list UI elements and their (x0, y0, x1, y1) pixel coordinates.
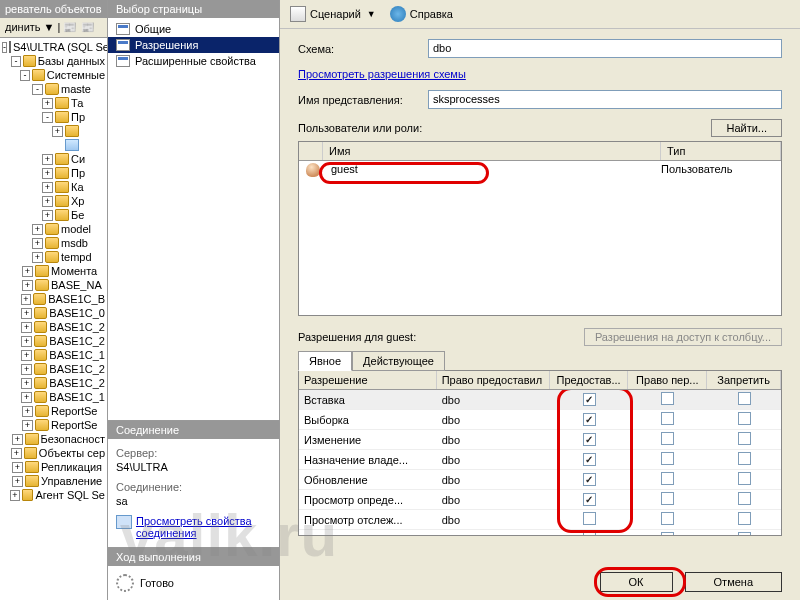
perms-row[interactable]: Выборкаdbo✓ (299, 410, 781, 430)
users-col-type[interactable]: Тип (661, 142, 781, 160)
tree-expander[interactable]: + (21, 322, 32, 333)
tree-expander[interactable]: + (42, 154, 53, 165)
tree-node[interactable]: +BASE_NA (2, 278, 105, 292)
checkbox[interactable] (661, 432, 674, 445)
tree-node[interactable]: -S4\ULTRA (SQL Se (2, 40, 105, 54)
checkbox[interactable] (661, 392, 674, 405)
tree-node[interactable]: +BASE1C_2 (2, 376, 105, 390)
tree-node[interactable]: -Базы данных (2, 54, 105, 68)
tree-node[interactable]: +Безопасност (2, 432, 105, 446)
tree-node[interactable]: +model (2, 222, 105, 236)
view-conn-props-link[interactable]: Просмотреть свойства соединения (116, 515, 271, 539)
checkbox[interactable] (583, 512, 596, 525)
perms-row[interactable]: Назначение владе...dbo✓ (299, 450, 781, 470)
checkbox[interactable] (738, 532, 751, 535)
tree-node[interactable]: +Объекты сер (2, 446, 105, 460)
view-name-input[interactable]: sksprocesses (428, 90, 782, 109)
perms-col-deny[interactable]: Запретить (707, 371, 781, 389)
perms-col-withgrant[interactable]: Право пер... (628, 371, 707, 389)
tree-expander[interactable]: - (20, 70, 30, 81)
tree-node[interactable]: +Репликация (2, 460, 105, 474)
tree-expander[interactable]: + (42, 182, 53, 193)
perms-col-grantor[interactable]: Право предоставил (437, 371, 550, 389)
checkbox[interactable] (661, 492, 674, 505)
perms-col-permission[interactable]: Разрешение (299, 371, 437, 389)
tree-node[interactable]: +Агент SQL Se (2, 488, 105, 502)
perms-row[interactable]: Просмотр отслеж...dbo (299, 510, 781, 530)
tree-node[interactable]: +BASE1C_2 (2, 362, 105, 376)
checkbox[interactable] (661, 452, 674, 465)
checkbox[interactable] (661, 412, 674, 425)
tree-node[interactable]: +BASE1C_0 (2, 306, 105, 320)
tree-expander[interactable]: + (42, 196, 53, 207)
tree-expander[interactable]: - (2, 42, 7, 53)
tree-expander[interactable]: + (42, 210, 53, 221)
perms-row[interactable]: Просмотр опреде...dbo✓ (299, 490, 781, 510)
users-col-icon[interactable] (299, 142, 323, 160)
users-col-name[interactable]: Имя (323, 142, 661, 160)
tree-expander[interactable]: - (32, 84, 43, 95)
tree-expander[interactable]: + (22, 406, 33, 417)
checkbox[interactable]: ✓ (583, 393, 596, 406)
tree-expander[interactable]: + (42, 168, 53, 179)
cancel-button[interactable]: Отмена (685, 572, 782, 592)
checkbox[interactable] (738, 492, 751, 505)
tree-node[interactable]: +BASE1C_2 (2, 320, 105, 334)
tree-expander[interactable]: + (21, 364, 32, 375)
tree-expander[interactable]: + (12, 462, 23, 473)
tree-expander[interactable]: + (21, 308, 32, 319)
tree-expander[interactable]: + (21, 294, 31, 305)
page-selector-item[interactable]: Разрешения (108, 37, 279, 53)
tree-node[interactable]: -Системные (2, 68, 105, 82)
users-row[interactable]: guestПользователь (299, 161, 781, 181)
tree-node[interactable]: +Бе (2, 208, 105, 222)
perms-row[interactable]: Обновлениеdbo✓ (299, 470, 781, 490)
tree-expander[interactable]: - (42, 112, 53, 123)
tree-node[interactable]: +Ка (2, 180, 105, 194)
checkbox[interactable] (661, 512, 674, 525)
tree-node[interactable]: +Та (2, 96, 105, 110)
perms-col-grant[interactable]: Предостав... (550, 371, 629, 389)
checkbox[interactable] (738, 412, 751, 425)
tree-expander[interactable]: + (22, 420, 33, 431)
checkbox[interactable]: ✓ (583, 473, 596, 486)
find-button[interactable]: Найти... (711, 119, 782, 137)
script-button[interactable]: Сценарий ▼ (290, 6, 376, 22)
page-selector-item[interactable]: Расширенные свойства (108, 53, 279, 69)
tree-expander[interactable]: + (12, 476, 23, 487)
checkbox[interactable] (738, 432, 751, 445)
checkbox[interactable] (738, 452, 751, 465)
tree-node[interactable]: +Управление (2, 474, 105, 488)
tree-expander[interactable]: + (11, 448, 21, 459)
tree-node[interactable]: +BASE1C_B (2, 292, 105, 306)
checkbox[interactable]: ✓ (583, 433, 596, 446)
tree-node[interactable]: +Момента (2, 264, 105, 278)
checkbox[interactable] (661, 532, 674, 535)
tree-node[interactable]: +BASE1С_1 (2, 390, 105, 404)
tree-expander[interactable]: + (10, 490, 19, 501)
tree-node[interactable]: -Пр (2, 110, 105, 124)
checkbox[interactable]: ✓ (583, 453, 596, 466)
perms-row[interactable]: Ссылкиdbo (299, 530, 781, 535)
perms-row[interactable]: Вставкаdbo✓ (299, 390, 781, 410)
tree-toolbar[interactable]: динить ▼ | 📰 📰 (0, 18, 107, 38)
tree-node[interactable]: +tempd (2, 250, 105, 264)
tree-expander[interactable]: + (32, 238, 43, 249)
tree-node[interactable]: -maste (2, 82, 105, 96)
checkbox[interactable] (738, 472, 751, 485)
tree-node[interactable]: +Си (2, 152, 105, 166)
checkbox[interactable]: ✓ (583, 413, 596, 426)
checkbox[interactable] (738, 512, 751, 525)
tree-node[interactable] (2, 138, 105, 152)
ok-button[interactable]: ОК (600, 572, 673, 592)
checkbox[interactable] (583, 532, 596, 535)
tree-node[interactable]: +Пр (2, 166, 105, 180)
tree-expander[interactable]: + (32, 224, 43, 235)
tree-node[interactable]: +msdb (2, 236, 105, 250)
page-selector-item[interactable]: Общие (108, 21, 279, 37)
schema-input[interactable]: dbo (428, 39, 782, 58)
tree-expander[interactable]: + (22, 280, 33, 291)
checkbox[interactable] (661, 472, 674, 485)
tree-expander[interactable]: + (52, 126, 63, 137)
tree-node[interactable]: +Хр (2, 194, 105, 208)
